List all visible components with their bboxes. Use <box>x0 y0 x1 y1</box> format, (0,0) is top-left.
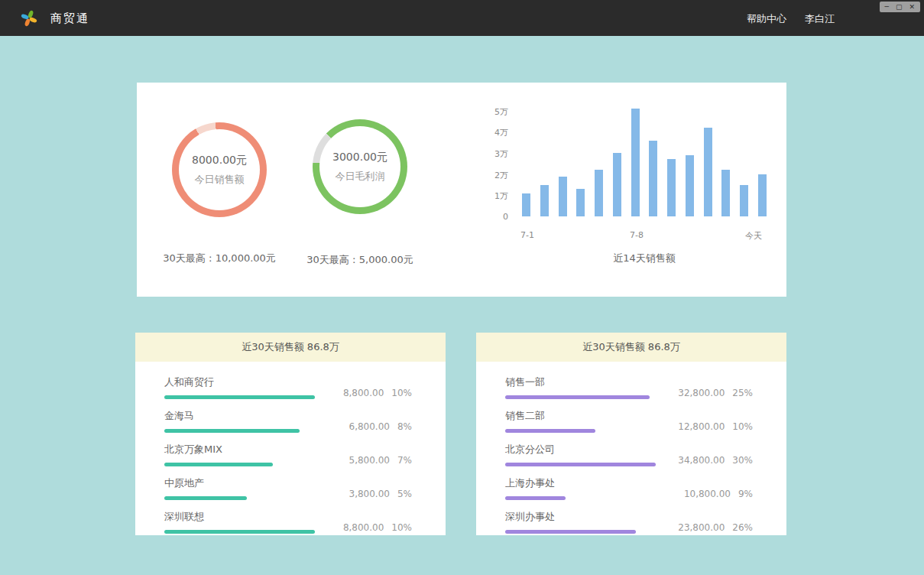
app-title: 商贸通 <box>50 11 89 26</box>
progress-track <box>164 463 315 466</box>
list-item: 人和商贸行 8,800.0010% <box>164 375 412 399</box>
row-value: 8,800.00 <box>343 388 384 398</box>
row-percent: 30% <box>732 455 753 466</box>
row-name: 人和商贸行 <box>164 375 317 389</box>
chart-bar <box>522 193 530 216</box>
chart-bar <box>704 128 712 216</box>
chart-bar <box>667 159 676 216</box>
list-item: 销售一部 32,800.0025% <box>505 375 753 399</box>
y-tick: 3万 <box>482 148 508 160</box>
row-percent: 26% <box>732 522 753 533</box>
row-name: 销售一部 <box>505 375 658 389</box>
row-name: 上海办事处 <box>505 476 658 490</box>
progress-bar <box>164 429 300 433</box>
donut-chart-today-sales: 8000.00元 今日销售额 <box>172 122 267 217</box>
progress-bar <box>505 463 656 466</box>
y-tick: 0 <box>482 212 508 222</box>
row-name: 深圳联想 <box>164 510 317 524</box>
title-bar: 商贸通 帮助中心 李白江 ─ ▢ ✕ <box>0 0 924 36</box>
summary-card: 8000.00元 今日销售额 30天最高：10,000.00元 3000.00元… <box>137 83 786 297</box>
row-percent: 10% <box>391 522 412 533</box>
ranking-list: 人和商贸行 8,800.0010% 金海马 6,800.008% <box>135 362 446 534</box>
list-item: 北京万象MIX 5,800.007% <box>164 443 412 466</box>
list-item: 金海马 6,800.008% <box>164 409 412 433</box>
row-value: 5,800.00 <box>349 455 390 466</box>
chart-bar <box>540 185 549 216</box>
row-value: 3,800.00 <box>349 489 390 499</box>
donut-footnote-profit: 30天最高：5,000.00元 <box>276 253 444 267</box>
donut-label: 今日毛利润 <box>336 170 385 184</box>
y-tick: 1万 <box>482 190 508 202</box>
bar-chart-caption: 近14天销售额 <box>522 252 767 265</box>
row-name: 销售二部 <box>505 409 658 423</box>
x-tick: 7-1 <box>520 230 534 240</box>
progress-track <box>505 429 656 433</box>
progress-track <box>164 429 315 433</box>
progress-track <box>505 496 656 500</box>
list-item: 销售二部 12,800.0010% <box>505 409 753 433</box>
progress-bar <box>164 463 273 466</box>
chart-bar <box>758 174 767 216</box>
progress-bar <box>505 429 595 433</box>
chart-bar <box>595 170 603 216</box>
window-controls: ─ ▢ ✕ <box>880 2 920 12</box>
row-percent: 8% <box>397 421 412 432</box>
y-tick: 2万 <box>482 170 508 181</box>
list-item: 北京分公司 34,800.0030% <box>505 443 753 466</box>
close-icon[interactable]: ✕ <box>909 2 915 11</box>
row-name: 北京分公司 <box>505 443 658 456</box>
row-name: 深圳办事处 <box>505 510 658 524</box>
chart-bar <box>576 189 585 216</box>
donut-center: 3000.00元 今日毛利润 <box>313 119 407 214</box>
row-value: 12,800.00 <box>678 421 725 432</box>
chart-bar <box>740 185 748 216</box>
progress-track <box>505 463 656 466</box>
list-item: 上海办事处 10,800.009% <box>505 476 753 500</box>
donut-label: 今日销售额 <box>195 173 245 187</box>
progress-bar <box>505 530 636 534</box>
ranking-list: 销售一部 32,800.0025% 销售二部 12,800.0010% <box>476 362 786 534</box>
progress-bar <box>505 496 566 500</box>
list-item: 中原地产 3,800.005% <box>164 476 412 500</box>
row-name: 金海马 <box>164 409 317 423</box>
app-logo-pinwheel-icon <box>20 9 38 28</box>
progress-track <box>164 496 315 500</box>
progress-track <box>505 395 656 399</box>
row-percent: 7% <box>397 455 412 466</box>
donut-value: 3000.00元 <box>332 151 387 164</box>
row-percent: 25% <box>732 388 753 398</box>
progress-track <box>164 530 315 534</box>
bar-chart-bars <box>522 111 767 216</box>
current-user[interactable]: 李白江 <box>805 12 835 26</box>
list-item: 深圳办事处 23,800.0026% <box>505 510 753 534</box>
customer-ranking-card: 近30天销售额 86.8万 人和商贸行 8,800.0010% 金海马 6,80… <box>135 333 446 535</box>
y-tick: 5万 <box>482 106 508 118</box>
chart-bar <box>631 109 640 216</box>
progress-bar <box>164 496 247 500</box>
chart-bar <box>613 153 621 216</box>
x-tick: 7-8 <box>630 230 644 240</box>
row-value: 34,800.00 <box>678 455 725 466</box>
row-value: 10,800.00 <box>684 489 731 499</box>
minimize-icon[interactable]: ─ <box>885 2 889 11</box>
department-ranking-card: 近30天销售额 86.8万 销售一部 32,800.0025% 销售二部 12,… <box>476 333 786 535</box>
row-value: 6,800.00 <box>349 421 390 432</box>
progress-track <box>164 395 315 399</box>
donut-center: 8000.00元 今日销售额 <box>172 122 267 217</box>
row-value: 8,800.00 <box>343 522 384 533</box>
donut-chart-today-profit: 3000.00元 今日毛利润 <box>313 119 407 214</box>
maximize-icon[interactable]: ▢ <box>896 2 903 11</box>
chart-bar <box>649 141 657 216</box>
row-name: 中原地产 <box>164 476 317 490</box>
progress-bar <box>164 395 315 399</box>
row-percent: 9% <box>738 489 753 499</box>
topbar-links: 帮助中心 李白江 <box>747 12 835 26</box>
row-value: 23,800.00 <box>678 522 725 533</box>
card-title: 近30天销售额 86.8万 <box>135 333 446 362</box>
y-tick: 4万 <box>482 127 508 138</box>
progress-bar <box>164 530 315 534</box>
row-percent: 10% <box>391 388 412 398</box>
row-value: 32,800.00 <box>678 388 725 398</box>
row-percent: 5% <box>397 489 412 499</box>
help-center-link[interactable]: 帮助中心 <box>747 12 786 26</box>
